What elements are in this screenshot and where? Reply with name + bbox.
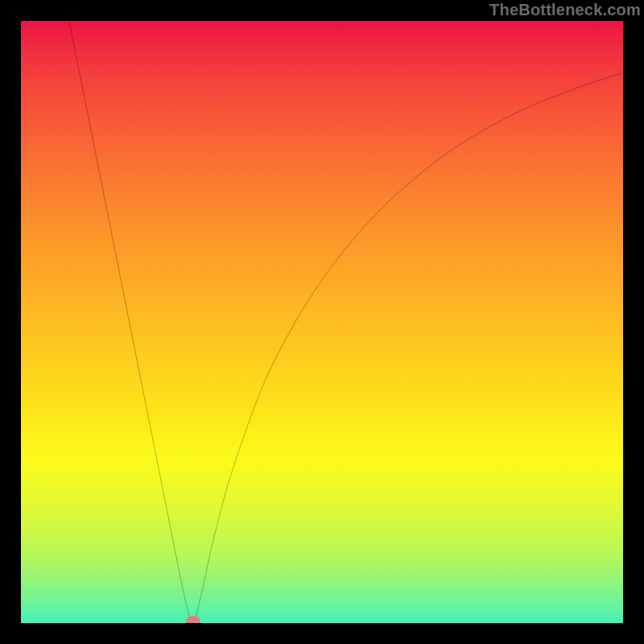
bottleneck-curve <box>21 21 623 623</box>
plot-area <box>19 19 625 625</box>
watermark-text: TheBottleneck.com <box>489 1 641 19</box>
min-marker <box>186 616 200 625</box>
figure-stage: TheBottleneck.com <box>0 0 644 644</box>
